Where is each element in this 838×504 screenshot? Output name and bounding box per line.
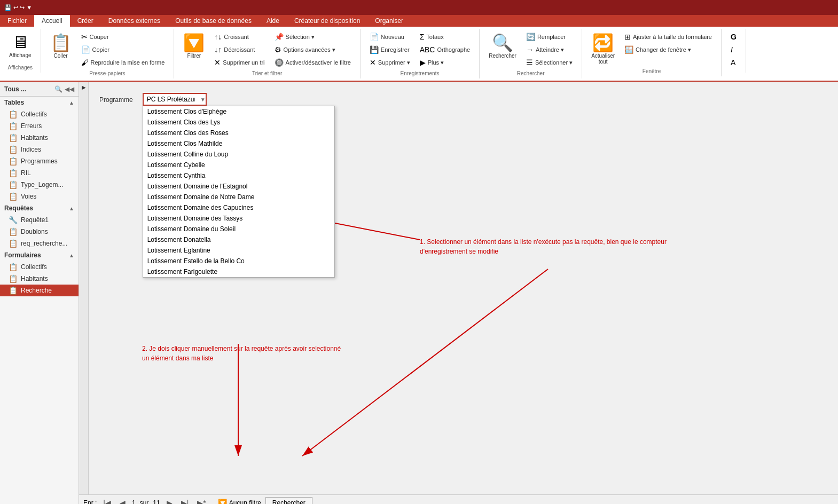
affichage-button[interactable]: 🖥 Affichage (5, 31, 35, 60)
search-sidebar-icon[interactable]: 🔍 (54, 85, 62, 93)
dropdown-item-8[interactable]: Lotissement Domaine de Notre Dame (143, 192, 334, 202)
affichage-icon: 🖥 (12, 33, 29, 52)
changer-fenetre-button[interactable]: 🪟 Changer de fenêtre ▾ (621, 44, 716, 56)
options-avancees-button[interactable]: ⚙ Options avancées ▾ (271, 44, 355, 56)
remplacer-button[interactable]: 🔄 Remplacer (522, 31, 576, 43)
sidebar-item-req-recherche[interactable]: 📋 req_recherche... (0, 238, 79, 249)
sidebar-item-ril[interactable]: 📋 RIL (0, 167, 79, 179)
form-icon-collectifs: 📋 (9, 263, 18, 271)
sidebar-item-collectifs-form[interactable]: 📋 Collectifs (0, 261, 79, 273)
selection-icon: 📌 (275, 33, 284, 41)
ajuster-icon: ⊞ (624, 33, 631, 41)
dropdown-item-5[interactable]: Lotissement Cybelle (143, 160, 334, 170)
dropdown-item-3[interactable]: Lotissement Clos Mathilde (143, 138, 334, 149)
croissant-label: Croissant (224, 34, 248, 40)
rechercher-button[interactable]: 🔍 Rechercher (485, 31, 520, 68)
sidebar-item-erreurs[interactable]: 📋 Erreurs (0, 120, 79, 132)
supprimer-button[interactable]: ✕ Supprimer ▾ (366, 57, 414, 68)
copier-button[interactable]: 📄 Copier (77, 44, 169, 56)
dropdown-item-12[interactable]: Lotissement Donatella (143, 234, 334, 245)
dropdown-item-7[interactable]: Lotissement Domaine de l'Estagnol (143, 181, 334, 192)
dropdown-item-0[interactable]: Lotissement Clos d'Elphège (143, 106, 334, 117)
sidebar-item-habitants-form-label: Habitants (21, 275, 48, 282)
group-presse-papiers: 📋 Coller ✂ Couper 📄 Copier 🖌 Reproduire … (41, 29, 175, 78)
sidebar-item-voies[interactable]: 📋 Voies (0, 191, 79, 202)
ajuster-button[interactable]: ⊞ Ajuster à la taille du formulaire (621, 31, 716, 43)
dropdown-item-1[interactable]: Lotissement Clos des Lys (143, 117, 334, 128)
supprimer-tri-icon: ✕ (214, 58, 221, 67)
programme-input[interactable] (143, 93, 207, 106)
tab-organiser[interactable]: Organiser (367, 15, 411, 27)
annotation-note1: 1. Selectionner un élément dans la liste… (420, 237, 667, 256)
tab-creer[interactable]: Créer (70, 15, 101, 27)
tab-aide[interactable]: Aide (259, 15, 287, 27)
formulaires-section-header[interactable]: Formulaires ▲ (0, 249, 79, 261)
tab-accueil[interactable]: Accueil (34, 15, 70, 27)
align-left-button[interactable]: A (727, 57, 740, 68)
dropdown-item-2[interactable]: Lotissement Clos des Roses (143, 128, 334, 138)
dropdown-item-10[interactable]: Lotissement Domaine des Tassys (143, 213, 334, 224)
sidebar-item-habitants[interactable]: 📋 Habitants (0, 132, 79, 144)
italic-button[interactable]: I (727, 44, 740, 56)
nav-first-button[interactable]: |◀ (101, 498, 113, 505)
options-avancees-icon: ⚙ (275, 45, 281, 54)
plus-button[interactable]: ▶ Plus ▾ (416, 57, 474, 68)
totaux-button[interactable]: Σ Totaux (416, 31, 474, 43)
collapse-sidebar-icon[interactable]: ◀◀ (65, 85, 74, 93)
orthographe-button[interactable]: ABC Orthographe (416, 44, 474, 56)
supprimer-tri-label: Supprimer un tri (223, 59, 264, 66)
dropdown-item-6[interactable]: Lotissement Cynthia (143, 170, 334, 181)
tab-createur[interactable]: Créateur de disposition (287, 15, 367, 27)
couper-button[interactable]: ✂ Couper (77, 31, 169, 43)
sidebar-item-collectifs-table[interactable]: 📋 Collectifs (0, 108, 79, 120)
nav-last-button[interactable]: ▶| (179, 498, 191, 505)
tab-outils[interactable]: Outils de base de données (168, 15, 259, 27)
sidebar-item-indices[interactable]: 📋 Indices (0, 144, 79, 155)
filtrer-button[interactable]: 🔽 Filtrer (179, 31, 208, 68)
nav-new-button[interactable]: ▶* (195, 498, 208, 505)
nouveau-button[interactable]: 📄 Nouveau (366, 31, 414, 43)
dropdown-item-14[interactable]: Lotissement Estello de la Bello Co (143, 256, 334, 266)
sidebar-item-programmes[interactable]: 📋 Programmes (0, 155, 79, 167)
enregistrer-button[interactable]: 💾 Enregistrer (366, 44, 414, 56)
coller-button[interactable]: 📋 Coller (46, 31, 75, 68)
selection-button[interactable]: 📌 Sélection ▾ (271, 31, 355, 43)
coller-icon: 📋 (50, 33, 72, 53)
actualiser-button[interactable]: 🔁 Actualisertout (588, 31, 618, 66)
decroissant-button[interactable]: ↓↑ Décroissant (210, 44, 268, 56)
nav-prev-button[interactable]: ◀ (118, 498, 128, 505)
affichages-buttons: 🖥 Affichage (5, 31, 35, 60)
atteindre-button[interactable]: → Atteindre ▾ (522, 44, 576, 56)
supprimer-tri-button[interactable]: ✕ Supprimer un tri (210, 57, 268, 68)
remplacer-label: Remplacer (537, 34, 566, 40)
sidebar-item-doublons[interactable]: 📋 Doublons (0, 226, 79, 238)
sidebar-item-type-logem[interactable]: 📋 Type_Logem... (0, 179, 79, 191)
tab-donnees-externes[interactable]: Données externes (101, 15, 168, 27)
reproduire-button[interactable]: 🖌 Reproduire la mise en forme (77, 57, 169, 68)
dropdown-item-15[interactable]: Lotissement Farigoulette (143, 266, 334, 277)
tables-section-header[interactable]: Tables ▲ (0, 97, 79, 108)
programme-dropdown[interactable]: Lotissement Clos d'Elphège Lotissement C… (143, 106, 335, 278)
croissant-button[interactable]: ↑↓ Croissant (210, 31, 268, 43)
activer-filtre-button[interactable]: 🔘 Activer/désactiver le filtre (271, 57, 355, 68)
requetes-section-header[interactable]: Requêtes ▲ (0, 202, 79, 214)
bold-button[interactable]: G (727, 31, 740, 43)
dropdown-item-4[interactable]: Lotissement Colline du Loup (143, 149, 334, 160)
rechercher-status-button[interactable]: Rechercher (265, 497, 312, 505)
plus-icon: ▶ (420, 58, 426, 67)
dropdown-item-11[interactable]: Lotissement Domaine du Soleil (143, 224, 334, 234)
sidebar-item-habitants-form[interactable]: 📋 Habitants (0, 273, 79, 285)
programme-combobox[interactable]: ▼ Lotissement Clos d'Elphège Lotissement… (143, 93, 207, 106)
tab-fichier[interactable]: Fichier (0, 15, 34, 27)
sidebar-item-requete1[interactable]: 🔧 Requête1 (0, 214, 79, 226)
changer-fenetre-label: Changer de fenêtre ▾ (636, 46, 691, 53)
selectionner-button[interactable]: ☰ Sélectionner ▾ (522, 57, 576, 68)
dropdown-item-9[interactable]: Lotissement Domaine des Capucines (143, 202, 334, 213)
sidebar-item-recherche-form[interactable]: 📋 Recherche (0, 285, 79, 296)
form-icon-recherche: 📋 (9, 286, 18, 295)
status-filter: 🔽 Aucun filtre (218, 499, 261, 505)
nav-next-button[interactable]: ▶ (165, 498, 175, 505)
dropdown-item-13[interactable]: Lotissement Eglantine (143, 245, 334, 256)
group-text-format: G I A (722, 29, 746, 73)
combo-arrow-icon[interactable]: ▼ (200, 97, 206, 103)
